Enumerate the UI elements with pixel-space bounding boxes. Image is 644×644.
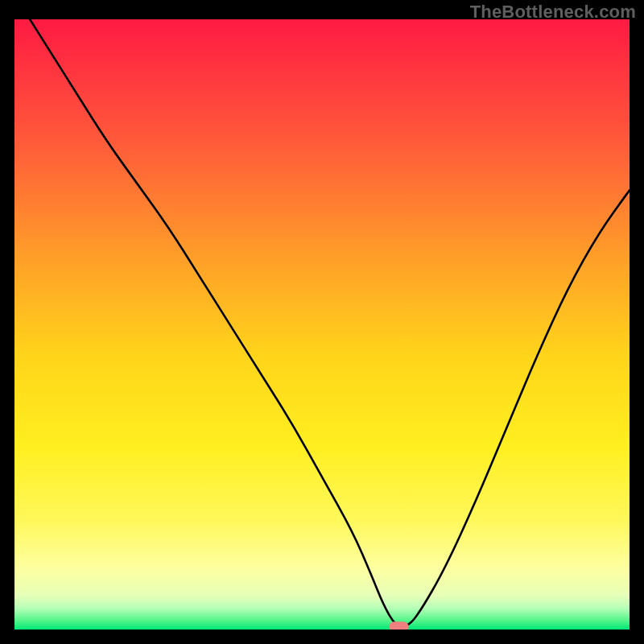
chart-svg — [14, 19, 630, 630]
chart-frame: TheBottleneck.com — [0, 0, 644, 644]
watermark-text: TheBottleneck.com — [470, 2, 636, 23]
optimal-marker — [390, 621, 409, 630]
gradient-background — [14, 19, 630, 630]
plot-area — [14, 19, 630, 630]
